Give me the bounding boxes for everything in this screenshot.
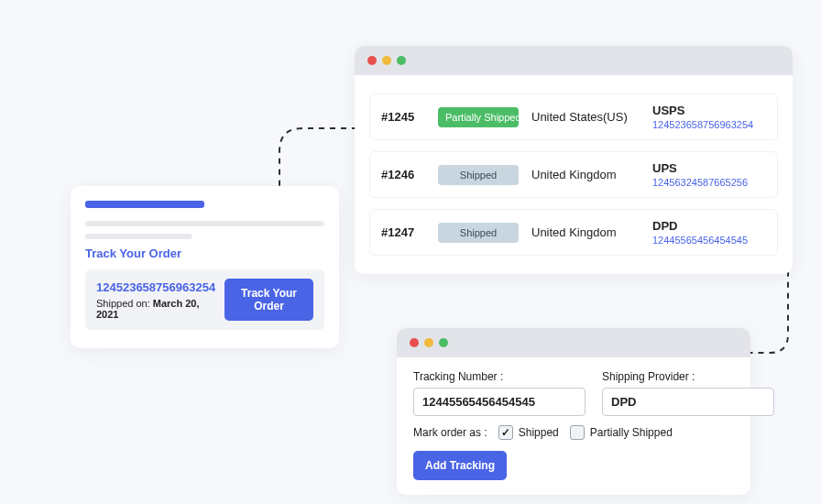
skeleton-line: [85, 221, 324, 226]
order-row[interactable]: #1246 Shipped United Kingdom UPS 1245632…: [369, 151, 778, 198]
order-destination: United Kingdom: [531, 225, 640, 239]
tracking-number-label: Tracking Number :: [413, 370, 586, 383]
maximize-icon[interactable]: [439, 338, 448, 347]
shipped-checkbox[interactable]: [498, 425, 513, 440]
shipping-provider-input[interactable]: [602, 388, 774, 416]
window-titlebar: [397, 328, 750, 357]
minimize-icon[interactable]: [382, 56, 391, 65]
mark-order-label: Mark order as :: [413, 426, 487, 439]
add-tracking-button[interactable]: Add Tracking: [413, 451, 507, 480]
close-icon[interactable]: [410, 338, 419, 347]
track-order-heading: Track Your Order: [85, 247, 324, 260]
maximize-icon[interactable]: [397, 56, 406, 65]
order-id: #1246: [381, 168, 425, 181]
track-order-button[interactable]: Track Your Order: [224, 279, 313, 321]
carrier-name: USPS: [652, 104, 753, 117]
orders-window: #1245 Partially Shipped United States(US…: [355, 46, 793, 274]
shipped-option-label: Shipped: [519, 426, 559, 439]
orders-list: #1245 Partially Shipped United States(US…: [355, 75, 793, 274]
status-badge-partial: Partially Shipped: [438, 107, 519, 127]
order-destination: United States(US): [531, 110, 640, 124]
tracking-number-link[interactable]: 124523658756963254: [652, 119, 753, 130]
track-order-card: Track Your Order 124523658756963254 Ship…: [71, 186, 339, 348]
tracking-number-link[interactable]: 12456324587665256: [652, 177, 748, 188]
minimize-icon[interactable]: [424, 338, 433, 347]
status-badge-shipped: Shipped: [438, 223, 519, 243]
skeleton-line: [85, 234, 192, 239]
order-id: #1247: [381, 225, 425, 239]
add-tracking-window: Tracking Number : Shipping Provider : Ma…: [397, 328, 750, 495]
close-icon[interactable]: [367, 56, 377, 65]
shipping-provider-label: Shipping Provider :: [602, 370, 774, 383]
skeleton-title: [85, 201, 204, 208]
window-titlebar: [355, 46, 793, 75]
tracking-number-link[interactable]: 12445565456454545: [652, 235, 748, 246]
status-badge-shipped: Shipped: [438, 165, 519, 185]
partially-shipped-checkbox[interactable]: [570, 425, 585, 440]
tracking-number: 124523658756963254: [96, 280, 215, 294]
partial-option-label: Partially Shipped: [590, 426, 673, 439]
tracking-number-input[interactable]: [413, 388, 586, 416]
carrier-name: DPD: [652, 219, 748, 233]
order-id: #1245: [381, 110, 425, 124]
order-row[interactable]: #1247 Shipped United Kingdom DPD 1244556…: [369, 209, 778, 256]
track-info-box: 124523658756963254 Shipped on: March 20,…: [85, 269, 324, 330]
order-destination: United Kingdom: [531, 168, 640, 181]
carrier-name: UPS: [652, 161, 748, 175]
order-row[interactable]: #1245 Partially Shipped United States(US…: [369, 93, 778, 140]
shipped-date: Shipped on: March 20, 2021: [96, 298, 215, 320]
